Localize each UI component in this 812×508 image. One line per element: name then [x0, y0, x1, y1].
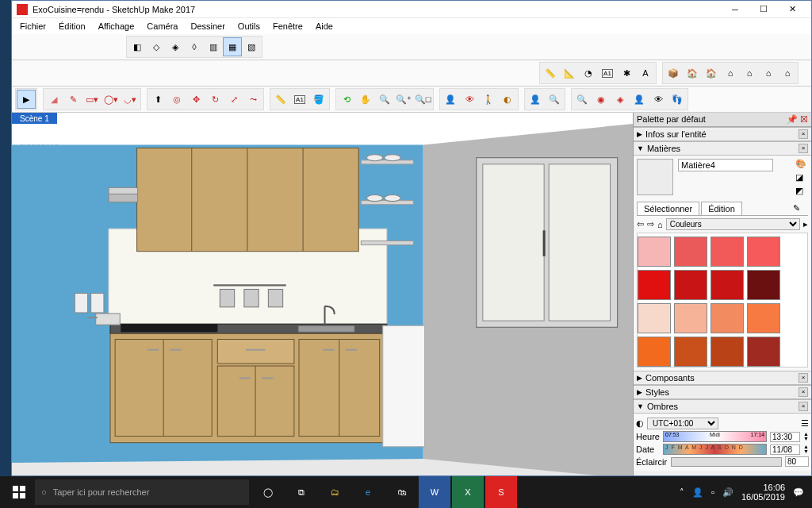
close-icon[interactable]: × [799, 144, 808, 153]
rect-tool-icon[interactable]: ▭▾ [82, 90, 102, 109]
tape-icon[interactable]: 📏 [541, 64, 560, 83]
color-swatch[interactable] [710, 337, 744, 367]
orbit-tool-icon[interactable]: ⟲ [337, 90, 356, 109]
panel-styles[interactable]: ▶ Styles × [634, 385, 811, 399]
circle-tool-icon[interactable]: ◯▾ [102, 90, 121, 109]
offset-tool-icon[interactable]: ◎ [167, 90, 186, 109]
style-back-icon[interactable]: ▧ [242, 37, 261, 56]
menu-dessiner[interactable]: Dessiner [184, 20, 231, 33]
close-icon[interactable]: × [799, 402, 808, 411]
taskview-icon[interactable]: ⧉ [285, 476, 317, 508]
color-swatch[interactable] [747, 337, 780, 367]
color-swatch[interactable] [674, 337, 707, 367]
menu-outils[interactable]: Outils [232, 20, 266, 33]
color-swatch[interactable] [674, 303, 707, 333]
eraser-tool-icon[interactable]: ◢ [44, 90, 63, 109]
word-icon[interactable]: W [419, 476, 450, 508]
axes-icon[interactable]: ✱ [617, 64, 636, 83]
right-view-icon[interactable]: 👤 [630, 90, 649, 109]
clock[interactable]: 16:06 16/05/2019 [741, 483, 785, 502]
sketchup-taskbar-icon[interactable]: S [485, 476, 517, 508]
house3-icon[interactable]: ⌂ [721, 64, 740, 83]
followme-tool-icon[interactable]: ⤳ [243, 90, 262, 109]
section-tool-icon[interactable]: ◐ [498, 90, 517, 109]
notifications-icon[interactable]: 💬 [793, 487, 804, 498]
network-icon[interactable]: ▫ [711, 487, 714, 497]
look-around-icon[interactable]: 👁 [460, 90, 479, 109]
viewport[interactable]: Scène 1 Deux points Perspective [12, 113, 633, 475]
component-icon[interactable]: 📦 [664, 64, 683, 83]
zoom-window-icon[interactable]: 🔍□ [413, 90, 432, 109]
front-view-icon[interactable]: ◈ [611, 90, 630, 109]
house2-icon[interactable]: 🏠 [702, 64, 721, 83]
pin-icon[interactable]: 📌 [787, 114, 798, 124]
taskbar-search[interactable]: ○ Taper ici pour rechercher [35, 479, 249, 505]
rotate-tool-icon[interactable]: ↻ [205, 90, 224, 109]
scale-tool-icon[interactable]: ⤢ [224, 90, 243, 109]
close-icon[interactable]: × [799, 373, 808, 383]
position-camera-icon[interactable]: 👤 [441, 90, 460, 109]
transparent-material-icon[interactable]: ◩ [795, 186, 808, 197]
pencil-tool-icon[interactable]: ✎ [63, 90, 82, 109]
color-swatch[interactable] [710, 237, 744, 267]
style-texture-icon[interactable]: ▦ [223, 37, 242, 56]
back-arrow-icon[interactable]: ⇦ [637, 219, 644, 229]
house6-icon[interactable]: ⌂ [778, 64, 797, 83]
time-input[interactable] [770, 432, 800, 442]
shadow-toggle-icon[interactable]: ◐ [636, 418, 644, 429]
dimension-icon[interactable]: 📐 [560, 64, 579, 83]
eyedropper-icon[interactable]: ✎ [787, 202, 806, 215]
collection-select[interactable]: Couleurs [666, 218, 800, 230]
pushpull-tool-icon[interactable]: ⬆ [148, 90, 167, 109]
date-stepper[interactable]: ▲▼ [803, 444, 809, 454]
color-swatch[interactable] [638, 270, 671, 300]
style-mono-icon[interactable]: ▥ [204, 37, 223, 56]
eye-icon[interactable]: 👁 [649, 90, 668, 109]
panel-entity[interactable]: ▶ Infos sur l'entité × [634, 127, 811, 141]
light-slider[interactable] [671, 457, 782, 467]
close-button[interactable]: ✕ [778, 2, 806, 17]
volume-icon[interactable]: 🔊 [722, 487, 733, 498]
3dtext-icon[interactable]: A [636, 64, 655, 83]
maximize-button[interactable]: ☐ [749, 2, 778, 17]
house4-icon[interactable]: ⌂ [740, 64, 759, 83]
face-style1-icon[interactable]: 👤 [526, 90, 545, 109]
menu-aide[interactable]: Aide [309, 20, 339, 33]
tab-edit[interactable]: Édition [701, 202, 742, 215]
color-swatch[interactable] [638, 237, 671, 267]
face-style2-icon[interactable]: 🔍 [545, 90, 564, 109]
shadow-settings-icon[interactable]: ☰ [801, 418, 809, 429]
menu-edition[interactable]: Édition [52, 20, 92, 33]
start-button[interactable] [3, 476, 35, 508]
house1-icon[interactable]: 🏠 [683, 64, 702, 83]
color-swatch[interactable] [710, 303, 744, 333]
light-input[interactable] [785, 456, 809, 467]
color-swatch[interactable] [638, 337, 671, 367]
store-icon[interactable]: 🛍 [385, 476, 417, 508]
arc-tool-icon[interactable]: ◡▾ [121, 90, 140, 109]
top-view-icon[interactable]: ◉ [592, 90, 611, 109]
walk-tool-icon[interactable]: 🚶 [479, 90, 498, 109]
color-swatch[interactable] [747, 237, 780, 267]
protractor-icon[interactable]: ◔ [579, 64, 598, 83]
color-swatch[interactable] [674, 270, 707, 300]
date-slider[interactable]: J F M A M J J A S O N D [663, 444, 767, 455]
style-hidden-icon[interactable]: ◈ [166, 37, 185, 56]
scene-tab[interactable]: Scène 1 [12, 113, 57, 125]
color-swatch[interactable] [638, 303, 671, 333]
walk2-icon[interactable]: 👣 [668, 90, 687, 109]
tab-select[interactable]: Sélectionner [637, 202, 699, 215]
date-input[interactable] [770, 444, 800, 455]
iso-view-icon[interactable]: 🔍 [573, 90, 592, 109]
explorer-icon[interactable]: 🗂 [319, 476, 350, 508]
pan-tool-icon[interactable]: ✋ [356, 90, 375, 109]
house5-icon[interactable]: ⌂ [759, 64, 778, 83]
cortana-icon[interactable]: ◯ [252, 476, 284, 508]
material-name-input[interactable] [678, 159, 773, 171]
zoom-extents-icon[interactable]: 🔍⁺ [394, 90, 413, 109]
select-tool-icon[interactable]: ▶ [17, 90, 36, 109]
tape2-icon[interactable]: 📏 [271, 90, 290, 109]
paint-tool-icon[interactable]: 🪣 [309, 90, 328, 109]
style-wire-icon[interactable]: ◇ [147, 37, 166, 56]
home-icon[interactable]: ⌂ [657, 220, 663, 229]
